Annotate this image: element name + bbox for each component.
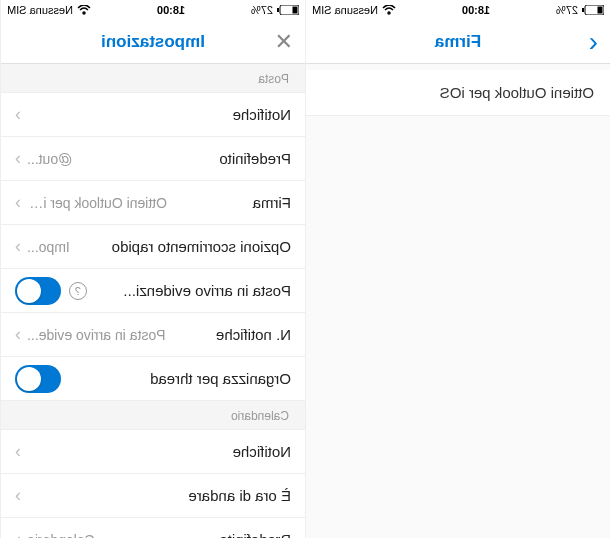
row-organizza: Organizza per thread: [1, 357, 305, 401]
row-value: Ottieni Outlook per iOS: [27, 195, 167, 211]
close-button[interactable]: ✕: [275, 29, 293, 55]
chevron-right-icon: ›: [15, 485, 21, 506]
chevron-right-icon: ›: [15, 529, 21, 538]
carrier-label: Nessuna SIM: [7, 4, 73, 16]
status-bar: 27% 18:00 Nessuna SIM: [306, 0, 610, 20]
nav-title: Firma: [358, 32, 558, 52]
signature-text[interactable]: Ottieni Outlook per iOS: [306, 70, 610, 116]
carrier-label: Nessuna SIM: [312, 4, 378, 16]
wifi-icon: [382, 5, 396, 15]
chevron-right-icon: ›: [15, 104, 21, 125]
row-predefinito[interactable]: Predefinito @out... ›: [1, 137, 305, 181]
battery-percent: 27%: [251, 4, 273, 16]
row-notifiche[interactable]: Notifiche ›: [1, 93, 305, 137]
toggle-evidenziata[interactable]: [15, 277, 61, 305]
row-label: Predefinito: [80, 150, 291, 167]
row-label: Firma: [175, 194, 291, 211]
chevron-right-icon: ›: [15, 192, 21, 213]
row-cal-predefinito[interactable]: Predefinito Calendario ›: [1, 518, 305, 538]
battery-icon: [582, 5, 604, 15]
row-n-notifiche[interactable]: N. notifiche Posta in arrivo evide... ›: [1, 313, 305, 357]
status-bar: 27% 18:00 Nessuna SIM: [1, 0, 305, 20]
toggle-organizza[interactable]: [15, 365, 61, 393]
section-posta: Posta: [1, 64, 305, 93]
row-cal-notifiche[interactable]: Notifiche ›: [1, 430, 305, 474]
section-calendario: Calendario: [1, 401, 305, 430]
chevron-right-icon: ›: [15, 236, 21, 257]
row-firma[interactable]: Firma Ottieni Outlook per iOS ›: [1, 181, 305, 225]
row-label: Notifiche: [27, 106, 291, 123]
row-label: È ora di andare: [27, 487, 291, 504]
back-button[interactable]: ‹: [589, 26, 598, 58]
row-label: Opzioni scorrimento rapido: [78, 238, 291, 255]
nav-title: Impostazioni: [53, 32, 253, 52]
chevron-right-icon: ›: [15, 324, 21, 345]
svg-rect-4: [293, 7, 298, 14]
chevron-right-icon: ›: [15, 441, 21, 462]
status-time: 18:00: [462, 4, 490, 16]
row-label: Posta in arrivo evidenzi...: [93, 282, 291, 299]
row-value: Impo...: [27, 239, 70, 255]
help-icon[interactable]: ?: [69, 282, 87, 300]
row-value: @out...: [27, 151, 72, 167]
row-scorrimento[interactable]: Opzioni scorrimento rapido Impo... ›: [1, 225, 305, 269]
row-ora-andare[interactable]: È ora di andare ›: [1, 474, 305, 518]
screen-settings: 27% 18:00 Nessuna SIM ✕ Impostazioni Pos…: [0, 0, 305, 538]
svg-rect-2: [582, 8, 584, 12]
row-value: Posta in arrivo evide...: [27, 327, 166, 343]
svg-rect-1: [598, 7, 603, 14]
svg-rect-5: [277, 8, 279, 12]
screen-firma: 27% 18:00 Nessuna SIM ‹ Firma Ottieni Ou…: [305, 0, 610, 538]
row-label: N. notifiche: [174, 326, 291, 343]
battery-icon: [277, 5, 299, 15]
battery-percent: 27%: [556, 4, 578, 16]
row-label: Predefinito: [103, 531, 291, 538]
row-label: Notifiche: [27, 443, 291, 460]
row-evidenziata: Posta in arrivo evidenzi... ?: [1, 269, 305, 313]
nav-bar: ‹ Firma: [306, 20, 610, 64]
status-time: 18:00: [157, 4, 185, 16]
row-label: Organizza per thread: [69, 370, 291, 387]
chevron-right-icon: ›: [15, 148, 21, 169]
row-value: Calendario: [27, 532, 95, 539]
wifi-icon: [77, 5, 91, 15]
nav-bar: ✕ Impostazioni: [1, 20, 305, 64]
